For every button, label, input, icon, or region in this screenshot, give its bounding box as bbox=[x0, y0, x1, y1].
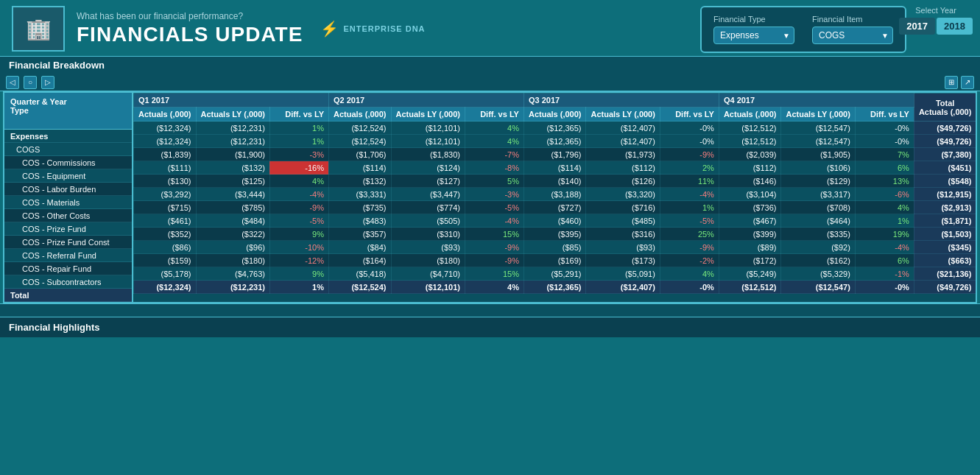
toolbar-btn-right-1[interactable]: ⊞ bbox=[945, 76, 958, 89]
table-cell: -4% bbox=[660, 188, 719, 201]
table-cell: ($1,503) bbox=[914, 228, 976, 241]
table-cell: ($114) bbox=[328, 161, 391, 175]
table-cell: ($736) bbox=[719, 201, 781, 214]
left-row-subcontractors: COS - Subcontractors bbox=[4, 275, 132, 289]
left-row-referral-fund: COS - Referral Fund bbox=[4, 249, 132, 262]
table-cell: ($505) bbox=[391, 214, 465, 228]
table-cell: ($126) bbox=[586, 175, 660, 188]
controls-panel: Financial Type Expenses Revenue Profit ▼… bbox=[700, 6, 906, 53]
table-cell: -3% bbox=[465, 188, 524, 201]
table-cell: -2% bbox=[660, 254, 719, 267]
table-cell: ($1,706) bbox=[328, 148, 391, 161]
table-cell: ($12,324) bbox=[134, 135, 197, 148]
table-cell: ($5,178) bbox=[134, 267, 197, 281]
table-cell: ($12,365) bbox=[524, 122, 586, 135]
left-row-other-costs: COS - Other Costs bbox=[4, 209, 132, 222]
q3-actuals-ly-header: Actuals LY (,000) bbox=[586, 108, 660, 122]
year-buttons: 2017 2018 bbox=[899, 18, 973, 35]
toolbar-btn-3[interactable]: ▷ bbox=[41, 76, 54, 89]
table-cell: ($3,104) bbox=[719, 188, 781, 201]
table-cell: ($5,249) bbox=[719, 267, 781, 281]
table-cell: ($114) bbox=[524, 161, 586, 175]
table-cell: ($92) bbox=[781, 241, 855, 254]
financial-item-wrapper: COGS SGA Other ▼ bbox=[812, 27, 893, 44]
q3-actuals-header: Actuals (,000) bbox=[524, 108, 586, 122]
table-cell: ($130) bbox=[134, 175, 197, 188]
toolbar-btn-2[interactable]: ○ bbox=[24, 76, 37, 89]
dna-logo: ⚡ ENTERPRISE DNA bbox=[320, 20, 425, 38]
table-cell: ($172) bbox=[719, 254, 781, 267]
year-2018-button[interactable]: 2018 bbox=[937, 18, 973, 35]
table-cell: ($3,447) bbox=[391, 188, 465, 201]
table-cell: ($112) bbox=[719, 161, 781, 175]
toolbar-btn-1[interactable]: ◁ bbox=[6, 76, 19, 89]
toolbar-btn-right-2[interactable]: ↗ bbox=[961, 76, 974, 89]
table-cell: ($164) bbox=[328, 254, 391, 267]
table-cell: ($162) bbox=[781, 254, 855, 267]
table-cell: 13% bbox=[855, 175, 914, 188]
table-row: ($130)($125)4%($132)($127)5%($140)($126)… bbox=[134, 175, 976, 188]
horizontal-scrollbar[interactable] bbox=[0, 303, 980, 317]
table-cell: 1% bbox=[660, 201, 719, 214]
table-cell: ($708) bbox=[781, 201, 855, 214]
left-frozen-column: Quarter & YearType Expenses COGS COS - C… bbox=[4, 93, 133, 302]
table-cell: -0% bbox=[660, 135, 719, 148]
building-icon: 🏢 bbox=[26, 17, 52, 41]
table-cell: -3% bbox=[269, 148, 328, 161]
table-cell: ($49,726) bbox=[914, 281, 976, 294]
table-row: ($5,178)($4,763)9%($5,418)($4,710)15%($5… bbox=[134, 267, 976, 281]
financial-type-wrapper: Expenses Revenue Profit ▼ bbox=[713, 27, 794, 44]
table-cell: ($774) bbox=[391, 201, 465, 214]
select-year-label: Select Year bbox=[915, 6, 956, 15]
table-cell: ($663) bbox=[914, 254, 976, 267]
financial-item-select[interactable]: COGS SGA Other bbox=[812, 27, 893, 44]
table-cell: ($111) bbox=[134, 161, 197, 175]
left-row-total: Total bbox=[4, 289, 132, 302]
left-row-repair-fund: COS - Repair Fund bbox=[4, 262, 132, 275]
financial-type-label: Financial Type bbox=[713, 15, 794, 24]
table-cell: ($12,407) bbox=[586, 281, 660, 294]
table-cell: 9% bbox=[269, 267, 328, 281]
table-cell: ($124) bbox=[391, 161, 465, 175]
table-cell: ($84) bbox=[328, 241, 391, 254]
financial-type-group: Financial Type Expenses Revenue Profit ▼ bbox=[713, 15, 794, 44]
table-cell: ($483) bbox=[328, 214, 391, 228]
table-cell: ($12,101) bbox=[391, 122, 465, 135]
table-row: ($159)($180)-12%($164)($180)-9%($169)($1… bbox=[134, 254, 976, 267]
data-scroll-area[interactable]: Q1 2017 Q2 2017 Q3 2017 Q4 2017 TotalAct… bbox=[133, 93, 976, 302]
table-cell: ($86) bbox=[134, 241, 197, 254]
table-cell: ($3,331) bbox=[328, 188, 391, 201]
table-cell: -5% bbox=[269, 214, 328, 228]
table-cell: ($4,763) bbox=[196, 267, 269, 281]
table-cell: -5% bbox=[660, 214, 719, 228]
table-cell: ($173) bbox=[586, 254, 660, 267]
table-cell: ($345) bbox=[914, 241, 976, 254]
year-2017-button[interactable]: 2017 bbox=[899, 18, 935, 35]
table-row: ($1,839)($1,900)-3%($1,706)($1,830)-7%($… bbox=[134, 148, 976, 161]
table-cell: ($12,101) bbox=[391, 135, 465, 148]
table-cell: ($12,915) bbox=[914, 188, 976, 201]
table-row: ($12,324)($12,231)1%($12,524)($12,101)4%… bbox=[134, 122, 976, 135]
q4-actuals-ly-header: Actuals LY (,000) bbox=[781, 108, 855, 122]
table-cell: ($3,292) bbox=[134, 188, 197, 201]
header-subtitle: What has been our financial performance? bbox=[77, 11, 303, 21]
financial-type-select[interactable]: Expenses Revenue Profit bbox=[713, 27, 794, 44]
table-cell: 1% bbox=[855, 214, 914, 228]
table-cell: ($735) bbox=[328, 201, 391, 214]
sub-header-row: Actuals (,000) Actuals LY (,000) Diff. v… bbox=[134, 108, 976, 122]
table-cell: ($12,365) bbox=[524, 135, 586, 148]
q4-actuals-header: Actuals (,000) bbox=[719, 108, 781, 122]
table-cell: 2% bbox=[660, 161, 719, 175]
toolbar-right: ⊞ ↗ bbox=[945, 76, 974, 89]
table-cell: ($180) bbox=[391, 254, 465, 267]
table-cell: -4% bbox=[465, 214, 524, 228]
q3-header: Q3 2017 bbox=[524, 94, 719, 108]
table-cell: 1% bbox=[269, 122, 328, 135]
table-cell: ($485) bbox=[586, 214, 660, 228]
table-cell: ($310) bbox=[391, 228, 465, 241]
table-cell: ($3,320) bbox=[586, 188, 660, 201]
table-cell: -12% bbox=[269, 254, 328, 267]
left-row-prize-fund: COS - Prize Fund bbox=[4, 222, 132, 236]
financial-highlights-title: Financial Highlights bbox=[0, 317, 980, 337]
table-cell: -9% bbox=[465, 254, 524, 267]
